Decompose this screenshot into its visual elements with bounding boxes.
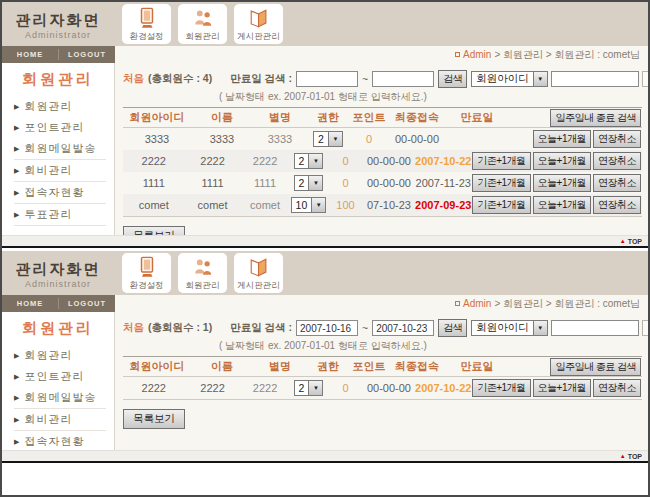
extend-today-button[interactable]: 오늘+1개월 — [533, 196, 591, 214]
sidebar-menu-item[interactable]: ▶회원메일발송 — [14, 387, 106, 408]
sidebar-menu-item[interactable]: ▶포인트관리 — [14, 117, 106, 138]
panel-body: 회원관리 ▶회원관리▶포인트관리▶회원메일발송▶회비관리▶접속자현황▶투표관리 … — [2, 312, 648, 450]
extend-existing-button[interactable]: 기존+1개월 — [472, 196, 530, 214]
cell-nickname: comet — [241, 199, 290, 211]
sidebar-menu-item[interactable]: ▶회원메일발송 — [14, 138, 106, 159]
cancel-extension-button[interactable]: 연장취소 — [593, 379, 641, 397]
search-row: 처음 (총회원수 : 4) 만료일 검색 : ~ 검색 회원아이디 ▼ 검색 — [123, 69, 642, 89]
role-select[interactable]: 2▼ — [313, 131, 343, 147]
menu-card-boards[interactable]: 게시판관리 — [234, 4, 283, 44]
back-to-top-link[interactable]: ▲TOP — [620, 238, 642, 245]
role-select[interactable]: 2▼ — [294, 153, 324, 169]
session-nav: HOME LOGOUT — [2, 295, 115, 312]
col-header-nickname: 별명 — [253, 110, 307, 125]
sidebar-menu-item[interactable]: ▶접속자현황 — [14, 430, 106, 450]
chevron-down-icon: ▼ — [533, 72, 547, 86]
cell-expiry-date: 2007-09-23 — [414, 199, 472, 211]
role-select[interactable]: 2▼ — [294, 380, 324, 396]
breadcrumb-admin-link[interactable]: Admin — [463, 298, 491, 309]
extend-today-button[interactable]: 오늘+1개월 — [533, 174, 591, 192]
tilde-separator: ~ — [362, 73, 368, 85]
cancel-extension-button[interactable]: 연장취소 — [593, 196, 641, 214]
menu-card-members[interactable]: 회원관리 — [178, 253, 227, 293]
sidebar-item-label: 회원관리 — [24, 348, 72, 363]
sidebar-menu-item[interactable]: ▶포인트관리 — [14, 366, 106, 387]
extend-today-button[interactable]: 오늘+1개월 — [533, 379, 591, 397]
main-content: 처음 (총회원수 : 1) 만료일 검색 : ~ 검색 회원아이디 ▼ 검색 — [115, 312, 648, 450]
extend-existing-button[interactable]: 기존+1개월 — [472, 152, 530, 170]
sidebar-menu-item[interactable]: ▶접속자현황 — [14, 181, 106, 203]
cell-nickname: 2222 — [241, 155, 290, 167]
home-button[interactable]: HOME — [2, 295, 58, 312]
week-expiry-filter-button[interactable]: 일주일내 종료 검색 — [550, 358, 641, 376]
logout-button[interactable]: LOGOUT — [59, 46, 115, 63]
app-title: 관리자화면 — [2, 11, 114, 30]
member-table-rows: 2222222222222▼000-00-002007-10-22기존+1개월오… — [123, 377, 642, 400]
menu-card-label: 환경설정 — [130, 280, 164, 292]
cancel-extension-button[interactable]: 연장취소 — [593, 152, 641, 170]
menu-card-settings[interactable]: 환경설정 — [122, 4, 171, 44]
cancel-extension-button[interactable]: 연장취소 — [593, 174, 641, 192]
sidebar-menu-item[interactable]: ▶투표관리 — [14, 203, 106, 226]
logout-button[interactable]: LOGOUT — [59, 295, 115, 312]
search-field-select[interactable]: 회원아이디 ▼ — [471, 71, 548, 87]
bullet-arrow-icon: ▶ — [14, 438, 20, 446]
cell-actions: 기존+1개월오늘+1개월연장취소 — [472, 174, 642, 192]
keyword-input[interactable] — [551, 320, 639, 336]
col-header-actions: 일주일내 종료 검색 — [509, 358, 642, 376]
breadcrumb: Admin > 회원관리 > 회원관리 : comet님 — [115, 46, 648, 63]
expiry-date-to-input[interactable] — [372, 71, 434, 87]
extend-today-button[interactable]: 오늘+1개월 — [533, 152, 591, 170]
keyword-search-button[interactable]: 검색 — [642, 71, 648, 87]
sidebar-menu-item[interactable]: ▶회원관리 — [14, 345, 106, 366]
role-select-value: 2 — [295, 381, 309, 395]
menu-card-boards[interactable]: 게시판관리 — [234, 253, 283, 293]
role-select[interactable]: 10▼ — [291, 197, 327, 213]
cell-actions: 기존+1개월오늘+1개월연장취소 — [472, 379, 642, 397]
cell-actions: 기존+1개월오늘+1개월연장취소 — [472, 152, 642, 170]
week-expiry-filter-button[interactable]: 일주일내 종료 검색 — [550, 109, 641, 127]
bullet-arrow-icon: ▶ — [14, 211, 20, 219]
date-search-button[interactable]: 검색 — [438, 319, 467, 337]
date-search-button[interactable]: 검색 — [438, 70, 467, 88]
expiry-date-to-input[interactable] — [372, 320, 434, 336]
expiry-date-from-input[interactable] — [296, 320, 358, 336]
extend-today-button[interactable]: 오늘+1개월 — [533, 130, 591, 148]
sidebar-menu-item[interactable]: ▶회원관리 — [14, 96, 106, 117]
view-list-button[interactable]: 목록보기 — [123, 409, 185, 429]
role-select[interactable]: 2▼ — [294, 175, 324, 191]
menu-card-members[interactable]: 회원관리 — [178, 4, 227, 44]
app-title-block: 관리자화면 Administrator — [2, 258, 114, 289]
breadcrumb: Admin > 회원관리 > 회원관리 : comet님 — [115, 295, 648, 312]
view-list-button[interactable]: 목록보기 — [123, 226, 185, 235]
breadcrumb-admin-link[interactable]: Admin — [463, 49, 491, 60]
col-header-nickname: 별명 — [253, 359, 307, 374]
sidebar-menu: ▶회원관리▶포인트관리▶회원메일발송▶회비관리▶접속자현황▶투표관리 — [2, 96, 114, 226]
top-menu: 환경설정 회원관리 게시판관리 — [122, 253, 283, 293]
cell-nickname: 3333 — [253, 133, 307, 145]
menu-card-settings[interactable]: 환경설정 — [122, 253, 171, 293]
home-button[interactable]: HOME — [2, 46, 58, 63]
paging-first-link[interactable]: 처음 — [123, 321, 144, 335]
cell-role: 2▼ — [307, 131, 349, 147]
sidebar-menu-item[interactable]: ▶회비관리 — [14, 408, 106, 430]
bullet-arrow-icon: ▶ — [14, 189, 20, 197]
sidebar-item-label: 회비관리 — [24, 412, 72, 427]
back-to-top-link[interactable]: ▲TOP — [620, 453, 642, 460]
paging-first-link[interactable]: 처음 — [123, 72, 144, 86]
search-field-select[interactable]: 회원아이디 ▼ — [471, 320, 548, 336]
col-header-expiry: 만료일 — [445, 110, 509, 125]
cell-nickname: 2222 — [241, 382, 290, 394]
panel-header: 관리자화면 Administrator 환경설정 회원관리 — [2, 251, 648, 295]
extend-existing-button[interactable]: 기존+1개월 — [472, 379, 530, 397]
keyword-input[interactable] — [551, 71, 639, 87]
cancel-extension-button[interactable]: 연장취소 — [593, 130, 641, 148]
extend-existing-button[interactable]: 기존+1개월 — [472, 174, 530, 192]
cell-role: 2▼ — [289, 175, 327, 191]
role-select-value: 10 — [292, 198, 312, 212]
menu-card-label: 게시판관리 — [237, 31, 280, 43]
sidebar-menu-item[interactable]: ▶회비관리 — [14, 159, 106, 181]
expiry-date-from-input[interactable] — [296, 71, 358, 87]
top-label: TOP — [628, 453, 642, 460]
keyword-search-button[interactable]: 검색 — [642, 320, 648, 336]
